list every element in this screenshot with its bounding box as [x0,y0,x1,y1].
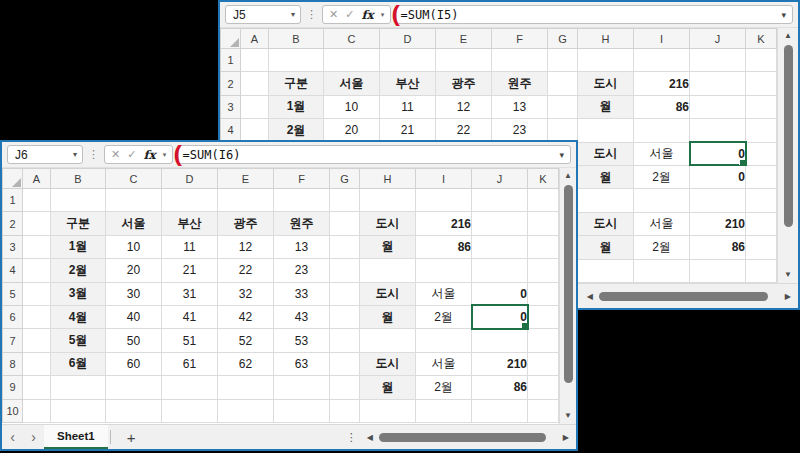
cell-B2[interactable]: 구분 [51,212,106,235]
more-dots-icon[interactable]: ⋮ [336,431,367,444]
cell-C5[interactable]: 30 [106,282,162,305]
cell-C4[interactable]: 20 [106,259,162,282]
formula-input[interactable]: ( =SUM(I6) ▾ [178,145,571,164]
cell-H2[interactable]: 도시 [360,212,416,235]
cell-C10[interactable] [106,399,162,422]
row-header-1[interactable]: 1 [3,189,23,212]
row-header-2[interactable]: 2 [3,212,23,235]
scroll-left-icon[interactable]: ◀ [367,433,373,442]
cell-J4[interactable] [690,119,746,142]
cell-G4[interactable] [548,119,578,142]
horizontal-scrollbar[interactable]: ◀ ▶ [587,291,798,301]
horizontal-scrollbar-thumb[interactable] [379,433,546,442]
cell-H4[interactable] [360,259,416,282]
cell-G5[interactable] [330,282,360,305]
cell-J9[interactable]: 86 [690,236,746,259]
cell-J10[interactable] [690,259,746,282]
cell-H8[interactable]: 도시 [578,212,634,235]
cell-B9[interactable] [51,376,106,399]
cell-B4[interactable]: 2월 [269,119,324,142]
drag-handle-icon[interactable]: ⋮ [88,149,99,160]
cell-I9[interactable]: 2월 [634,236,690,259]
cell-E4[interactable]: 22 [436,119,492,142]
cell-I6[interactable]: 2월 [416,305,472,328]
cell-G7[interactable] [330,329,360,352]
sheet-tab-sheet1[interactable]: Sheet1 [44,425,108,449]
cell-D2[interactable]: 부산 [380,72,436,95]
cell-A3[interactable] [23,235,51,258]
row-header-2[interactable]: 2 [221,72,241,95]
col-header-F[interactable]: F [274,169,330,189]
cell-I8[interactable]: 서울 [634,212,690,235]
cell-E1[interactable] [436,49,492,72]
cell-G2[interactable] [548,72,578,95]
cell-F8[interactable]: 63 [274,352,330,375]
cell-K9[interactable] [528,376,559,399]
col-header-B[interactable]: B [51,169,106,189]
cell-I10[interactable] [416,399,472,422]
scroll-up-icon[interactable]: ▲ [784,30,792,42]
cell-D1[interactable] [380,49,436,72]
chevron-down-icon[interactable]: ▾ [163,151,167,159]
cell-E6[interactable]: 42 [218,305,274,328]
select-all-corner[interactable] [3,169,23,189]
scroll-right-icon[interactable]: ▶ [785,292,791,301]
cell-J6[interactable]: 0 [472,305,528,328]
cell-J9[interactable]: 86 [472,376,528,399]
cell-K6[interactable] [528,305,559,328]
cell-A2[interactable] [241,72,269,95]
enter-icon[interactable]: ✓ [127,148,136,161]
cell-E3[interactable]: 12 [218,235,274,258]
col-header-D[interactable]: D [162,169,218,189]
cell-H1[interactable] [578,49,634,72]
cell-C3[interactable]: 10 [324,95,380,118]
cell-F1[interactable] [274,189,330,212]
col-header-I[interactable]: I [634,29,690,49]
cancel-icon[interactable]: ✕ [329,8,338,21]
cell-K3[interactable] [528,235,559,258]
cell-K8[interactable] [528,352,559,375]
col-header-G[interactable]: G [330,169,360,189]
cell-H5[interactable]: 도시 [578,142,634,165]
cell-H5[interactable]: 도시 [360,282,416,305]
cell-B2[interactable]: 구분 [269,72,324,95]
row-header-3[interactable]: 3 [3,235,23,258]
cell-C1[interactable] [324,49,380,72]
horizontal-scrollbar[interactable]: ◀ ▶ [367,432,576,442]
cell-A1[interactable] [241,49,269,72]
cell-F1[interactable] [492,49,548,72]
cell-I3[interactable]: 86 [634,95,690,118]
cell-K8[interactable] [746,212,777,235]
cell-K3[interactable] [746,95,777,118]
next-sheet-icon[interactable]: › [23,430,44,444]
cell-B4[interactable]: 2월 [51,259,106,282]
row-header-9[interactable]: 9 [3,376,23,399]
cell-F2[interactable]: 원주 [274,212,330,235]
cell-C2[interactable]: 서울 [324,72,380,95]
cell-G2[interactable] [330,212,360,235]
chevron-down-icon[interactable]: ▾ [73,150,77,159]
cell-G10[interactable] [330,399,360,422]
scroll-up-icon[interactable]: ▲ [564,170,572,182]
col-header-H[interactable]: H [360,169,416,189]
cell-G4[interactable] [330,259,360,282]
col-header-J[interactable]: J [472,169,528,189]
cell-C8[interactable]: 60 [106,352,162,375]
cell-A2[interactable] [23,212,51,235]
cell-C6[interactable]: 40 [106,305,162,328]
cell-I2[interactable]: 216 [416,212,472,235]
vertical-scrollbar-thumb[interactable] [784,45,793,227]
cell-I5[interactable]: 서울 [416,282,472,305]
cell-I6[interactable]: 2월 [634,165,690,188]
scroll-down-icon[interactable]: ▼ [784,269,792,281]
col-header-D[interactable]: D [380,29,436,49]
cell-J2[interactable] [690,72,746,95]
cell-I9[interactable]: 2월 [416,376,472,399]
col-header-B[interactable]: B [269,29,324,49]
cell-K9[interactable] [746,236,777,259]
cell-C9[interactable] [106,376,162,399]
cell-J7[interactable] [690,189,746,212]
cell-J2[interactable] [472,212,528,235]
cell-D10[interactable] [162,399,218,422]
cell-H10[interactable] [578,259,634,282]
